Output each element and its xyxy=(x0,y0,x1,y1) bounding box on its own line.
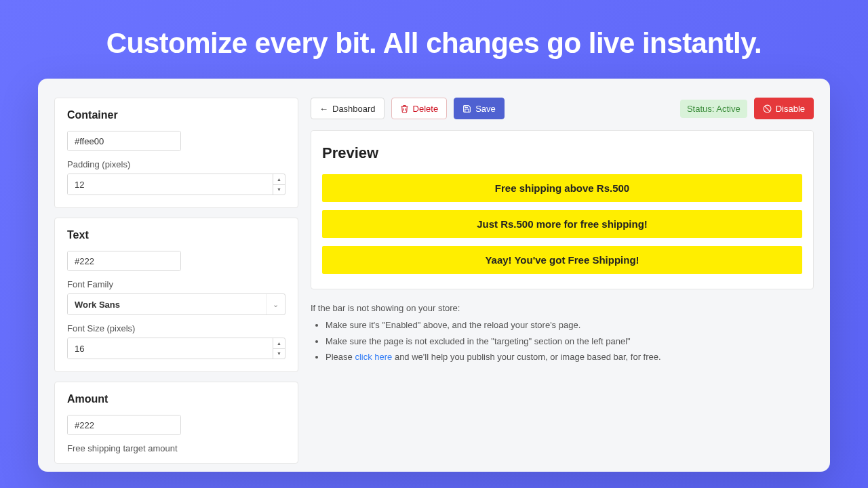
chevron-down-icon[interactable]: ⌄ xyxy=(266,294,285,314)
padding-label: Padding (pixels) xyxy=(67,159,285,169)
preview-bar: Free shipping above Rs.500 xyxy=(322,174,802,202)
amount-color-input[interactable] xyxy=(68,415,181,434)
padding-input[interactable] xyxy=(68,174,273,195)
chevron-up-icon[interactable]: ▲ xyxy=(273,338,285,349)
save-button[interactable]: Save xyxy=(454,98,505,119)
font-family-select[interactable]: ⌄ xyxy=(67,293,285,315)
container-color-field[interactable] xyxy=(67,131,181,151)
save-icon xyxy=(462,104,471,113)
container-card: Container Padding (pixels) ▲ ▼ xyxy=(54,98,298,208)
padding-stepper[interactable]: ▲ ▼ xyxy=(273,174,285,195)
ban-icon xyxy=(763,104,772,113)
amount-card: Amount Free shipping target amount xyxy=(54,382,298,464)
hero-headline: Customize every bit. All changes go live… xyxy=(0,0,868,79)
help-link[interactable]: click here xyxy=(355,352,392,362)
save-label: Save xyxy=(475,104,496,114)
help-item-prefix: Please xyxy=(326,352,355,362)
help-item: Make sure the page is not excluded in th… xyxy=(326,333,814,349)
container-color-input[interactable] xyxy=(68,131,181,150)
dashboard-label: Dashboard xyxy=(332,104,376,114)
toolbar: ← Dashboard Delete Save Status: Active xyxy=(311,98,814,119)
svg-line-1 xyxy=(764,106,770,111)
help-item: Please click here and we'll help you pub… xyxy=(326,349,814,365)
main-panel: ← Dashboard Delete Save Status: Active xyxy=(311,98,814,472)
preview-card: Preview Free shipping above Rs.500 Just … xyxy=(311,130,814,289)
chevron-down-icon[interactable]: ▼ xyxy=(273,349,285,359)
padding-field[interactable]: ▲ ▼ xyxy=(67,174,285,195)
delete-label: Delete xyxy=(413,104,439,114)
font-family-label: Font Family xyxy=(67,279,285,289)
amount-color-field[interactable] xyxy=(67,415,181,435)
trash-icon xyxy=(400,104,409,113)
text-title: Text xyxy=(67,229,285,241)
status-badge: Status: Active xyxy=(680,100,747,118)
font-size-label: Font Size (pixels) xyxy=(67,323,285,333)
font-family-value[interactable] xyxy=(68,294,266,314)
chevron-up-icon[interactable]: ▲ xyxy=(273,174,285,185)
help-text: If the bar is not showing on your store:… xyxy=(311,300,814,365)
preview-bar: Just Rs.500 more for free shipping! xyxy=(322,210,802,238)
chevron-down-icon[interactable]: ▼ xyxy=(273,185,285,195)
help-item-suffix: and we'll help you publish your custom, … xyxy=(392,352,660,362)
help-item: Make sure it's "Enabled" above, and the … xyxy=(326,317,814,333)
settings-sidebar: Container Padding (pixels) ▲ ▼ Text Font… xyxy=(54,98,298,472)
text-color-input[interactable] xyxy=(68,251,181,270)
dashboard-button[interactable]: ← Dashboard xyxy=(311,98,384,119)
preview-bar: Yaay! You've got Free Shipping! xyxy=(322,246,802,274)
disable-button[interactable]: Disable xyxy=(754,98,814,119)
delete-button[interactable]: Delete xyxy=(391,98,448,119)
text-card: Text Font Family ⌄ Font Size (pixels) ▲ … xyxy=(54,218,298,372)
text-color-field[interactable] xyxy=(67,251,181,271)
help-intro: If the bar is not showing on your store: xyxy=(311,300,814,316)
preview-title: Preview xyxy=(322,144,802,162)
amount-target-label: Free shipping target amount xyxy=(67,443,285,453)
font-size-input[interactable] xyxy=(68,338,273,359)
amount-title: Amount xyxy=(67,393,285,405)
disable-label: Disable xyxy=(776,104,805,114)
container-title: Container xyxy=(67,109,285,121)
font-size-field[interactable]: ▲ ▼ xyxy=(67,338,285,359)
arrow-left-icon: ← xyxy=(319,104,328,114)
font-size-stepper[interactable]: ▲ ▼ xyxy=(273,338,285,359)
app-window: Container Padding (pixels) ▲ ▼ Text Font… xyxy=(38,79,830,472)
